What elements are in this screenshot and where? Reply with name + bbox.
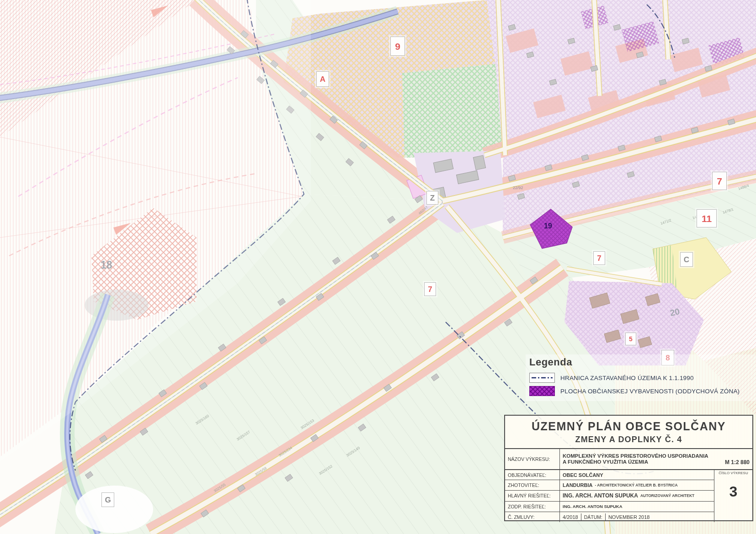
zmluvy-row: 4/2018 DÁTUM: NOVEMBER 2018 xyxy=(560,512,714,522)
zodp-riesitel-label: ZODP. RIEŠITEĽ: xyxy=(505,501,560,512)
legend-item-boundary: HRANICA ZASTAVANÉHO ÚZEMIA K 1.1.1990 xyxy=(529,373,756,383)
area-marker-5: 5 xyxy=(625,333,636,345)
zodp-riesitel-value: ING. ARCH. ANTON SUPUKA xyxy=(560,501,714,512)
area-marker-a: A xyxy=(316,71,329,87)
objednavatel-label: OBJEDNÁVATEĽ: xyxy=(505,469,560,480)
legend-item-civic-area-label: PLOCHA OBČIANSKEJ VYBAVENOSTI (ODDYCHOVÁ… xyxy=(560,388,740,395)
map-legend: Legenda HRANICA ZASTAVANÉHO ÚZEMIA K 1.1… xyxy=(526,354,756,401)
zmluvy-label: Č. ZMLUVY: xyxy=(505,512,560,522)
objednavatel-text: OBEC SOLČANY xyxy=(563,472,603,478)
zhotovitel-note: - ARCHITEKTONICKÝ ATELIER B. BYSTRICA xyxy=(595,483,677,487)
plan-subtitle: ZMENY A DOPLNKY Č. 4 xyxy=(575,435,682,444)
title-block: ÚZEMNÝ PLÁN OBCE SOLČANY ZMENY A DOPLNKY… xyxy=(504,415,753,521)
area-marker-7-centre: 7 xyxy=(424,282,436,296)
region-label-19: 19 xyxy=(544,222,552,230)
area-marker-c: C xyxy=(680,252,693,267)
drawing-number-label: ČÍSLO VÝKRESU xyxy=(719,471,748,475)
area-marker-11: 11 xyxy=(697,209,717,227)
title-block-header: ÚZEMNÝ PLÁN OBCE SOLČANY ZMENY A DOPLNKY… xyxy=(505,416,752,448)
nazov-line2: A FUNKČNÉHO VYUŽITIA ÚZEMIA xyxy=(563,459,648,465)
area-marker-g: G xyxy=(101,492,114,507)
nazov-line1: KOMPLEXNÝ VÝKRES PRIESTOROVÉHO USPORIADA… xyxy=(563,453,708,459)
region-label-18: 18 xyxy=(101,259,112,271)
zhotovitel-text: LANDURBIA xyxy=(563,482,592,488)
zodp-riesitel-text: ING. ARCH. ANTON SUPUKA xyxy=(563,504,623,509)
nazov-value: KOMPLEXNÝ VÝKRES PRIESTOROVÉHO USPORIADA… xyxy=(560,449,752,469)
purple-area-swatch xyxy=(529,386,555,396)
legend-item-boundary-label: HRANICA ZASTAVANÉHO ÚZEMIA K 1.1.1990 xyxy=(560,375,694,381)
area-marker-7-east: 7 xyxy=(712,172,727,190)
objednavatel-value: OBEC SOLČANY xyxy=(560,469,714,480)
drawing-number-value: 3 xyxy=(729,483,738,500)
hlavny-riesitel-text: ING. ARCH. ANTON SUPUKA xyxy=(563,492,638,499)
area-marker-9: 9 xyxy=(390,37,405,56)
area-marker-z: Z xyxy=(426,191,438,205)
plan-title: ÚZEMNÝ PLÁN OBCE SOLČANY xyxy=(532,420,726,433)
legend-item-civic-area: PLOCHA OBČIANSKEJ VYBAVENOSTI (ODDYCHOVÁ… xyxy=(529,386,756,396)
map-scale: M 1:2 880 xyxy=(725,459,750,465)
datum-label: DÁTUM: xyxy=(584,514,602,520)
hlavny-riesitel-value: ING. ARCH. ANTON SUPUKA AUTORIZOVANÝ ARC… xyxy=(560,490,714,501)
zhotovitel-label: ZHOTOVITEĽ: xyxy=(505,480,560,490)
region-label-20: 20 xyxy=(669,307,681,318)
hlavny-riesitel-label: HLAVNÝ RIEŠITEĽ: xyxy=(505,490,560,501)
svg-text:22/92: 22/92 xyxy=(513,185,523,190)
datum-value: NOVEMBER 2018 xyxy=(608,514,650,520)
drawing-number-cell: ČÍSLO VÝKRESU 3 xyxy=(714,469,752,522)
hlavny-riesitel-note: AUTORIZOVANÝ ARCHITEKT xyxy=(640,493,694,498)
area-marker-7-mid: 7 xyxy=(593,251,605,265)
title-block-table: NÁZOV VÝKRESU: KOMPLEXNÝ VÝKRES PRIESTOR… xyxy=(505,448,752,522)
zoning-map-page: 3025/55 3025/58 3025/234 3025/157 3025/1… xyxy=(0,0,756,534)
nazov-label: NÁZOV VÝKRESU: xyxy=(505,449,560,469)
boundary-line-swatch xyxy=(529,373,555,383)
zmluvy-value: 4/2018 xyxy=(563,514,578,520)
zhotovitel-value: LANDURBIA - ARCHITEKTONICKÝ ATELIER B. B… xyxy=(560,480,714,490)
legend-title: Legenda xyxy=(529,356,756,368)
